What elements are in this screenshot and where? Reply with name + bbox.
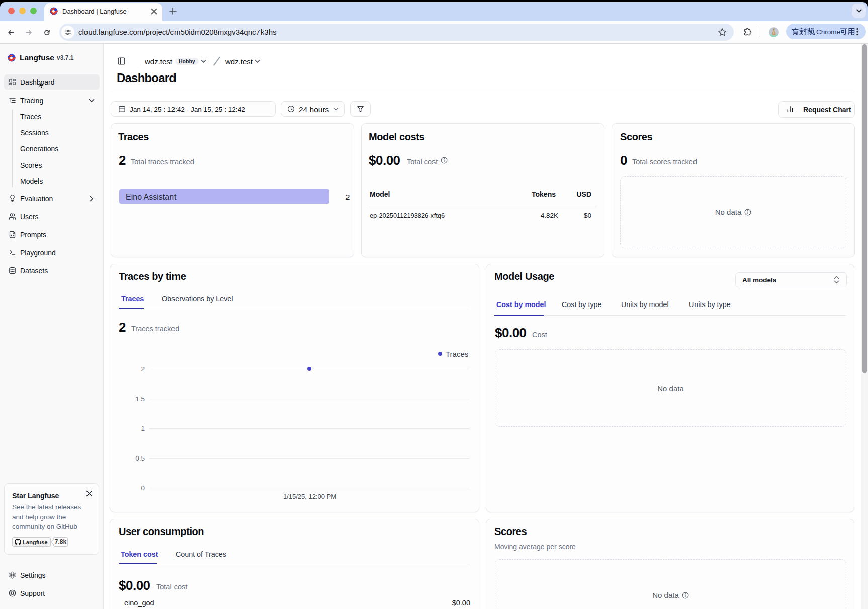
svg-text:Chrome: Chrome	[816, 28, 840, 36]
